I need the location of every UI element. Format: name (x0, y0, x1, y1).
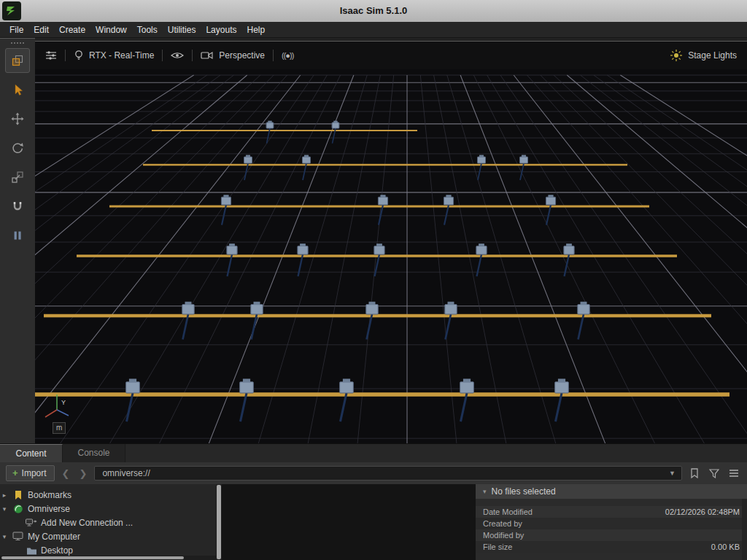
toolbar-grip[interactable] (11, 42, 24, 44)
move-tool-button[interactable] (5, 106, 30, 131)
content-browser-toolbar: + Import ❮ ❯ ▼ (0, 462, 747, 484)
plus-icon: + (12, 467, 18, 478)
tree-item-omniverse[interactable]: ▾ Omniverse (0, 502, 216, 516)
details-header[interactable]: ▾ No files selected (476, 484, 747, 499)
tree-item-label: Add New Connection ... (41, 518, 133, 528)
filter-funnel-icon (709, 469, 719, 478)
viewport-toolbar: RTX - Real-Time Perspective ((●)) (35, 42, 747, 69)
tree-item-label: My Computer (28, 532, 80, 542)
path-dropdown-icon[interactable]: ▼ (669, 470, 676, 477)
tab-console[interactable]: Console (63, 444, 125, 462)
detail-label: Created by (476, 519, 522, 528)
stage-lights-button[interactable]: Stage Lights (670, 49, 737, 62)
tree-item-add-new-connection[interactable]: Add New Connection ... (0, 516, 216, 529)
toolbar-separator (162, 50, 163, 61)
path-input[interactable] (101, 467, 665, 479)
details-rows: Date Modified 02/12/2026 02:48PM Created… (476, 506, 747, 553)
toolbar-separator (192, 50, 193, 61)
filter-button[interactable] (707, 466, 721, 481)
rotate-tool-button[interactable] (5, 136, 30, 160)
sliders-icon (45, 50, 57, 61)
path-bar[interactable]: ▼ (94, 466, 682, 481)
scrollbar-thumb[interactable] (1, 556, 184, 559)
lightbulb-icon (74, 50, 84, 61)
render-mode-dropdown[interactable]: RTX - Real-Time (74, 50, 154, 61)
bottom-tab-bar: Content Console (0, 443, 747, 462)
menu-utilities[interactable]: Utilities (163, 22, 201, 38)
menu-bar: File Edit Create Window Tools Utilities … (0, 22, 747, 38)
import-button[interactable]: + Import (6, 465, 55, 481)
menu-help[interactable]: Help (241, 22, 270, 38)
content-browser: ▸ Bookmarks ▾ Omniverse (0, 484, 747, 560)
details-header-label: No files selected (492, 486, 556, 497)
sun-icon (670, 49, 683, 62)
scale-tool-button[interactable] (5, 165, 30, 190)
cursor-icon (12, 83, 23, 96)
detail-label: Date Modified (476, 508, 533, 516)
back-button[interactable]: ❮ (60, 468, 72, 479)
stage-lights-label: Stage Lights (688, 50, 737, 61)
isaac-sim-window: Isaac Sim 5.1.0 File Edit Create Window … (0, 0, 747, 560)
title-bar: Isaac Sim 5.1.0 (0, 0, 747, 22)
camera-icon (201, 50, 214, 61)
audio-signal-button[interactable]: ((●)) (282, 51, 293, 60)
tab-content[interactable]: Content (0, 444, 63, 462)
selection-mode-button[interactable] (5, 48, 30, 73)
menu-file[interactable]: File (4, 22, 28, 38)
window-title: Isaac Sim 5.1.0 (0, 0, 747, 22)
magnet-icon (12, 201, 23, 212)
expander-icon[interactable]: ▾ (0, 505, 9, 513)
svg-text:Y: Y (61, 399, 66, 406)
details-panel: ▾ No files selected Date Modified 02/12/… (476, 484, 747, 560)
details-scrollbar[interactable] (742, 499, 747, 560)
tree-item-bookmarks[interactable]: ▸ Bookmarks (0, 488, 216, 502)
toolbar-separator (65, 50, 66, 61)
select-tool-button[interactable] (5, 77, 30, 102)
view-options-button[interactable] (727, 466, 741, 481)
tree-item-my-computer[interactable]: ▾ My Computer (0, 529, 216, 543)
tree-vertical-scrollbar[interactable] (216, 484, 222, 560)
tree-horizontal-scrollbar[interactable] (0, 556, 216, 560)
camera-dropdown[interactable]: Perspective (201, 50, 265, 61)
bookmark-ribbon-icon (690, 468, 699, 478)
collapse-icon: ▾ (483, 488, 487, 495)
viewport-canvas[interactable]: Y (35, 42, 747, 443)
snap-tool-button[interactable] (5, 194, 30, 219)
computer-icon (12, 532, 24, 541)
left-tool-column (0, 38, 35, 443)
folder-icon (26, 546, 37, 555)
tree-item-label: Omniverse (28, 504, 70, 514)
menu-window[interactable]: Window (90, 22, 132, 38)
import-button-label: Import (22, 468, 47, 478)
viewport: Y RTX - Real-Time (35, 41, 747, 443)
bookmark-icon (12, 490, 24, 500)
rotate-icon (11, 141, 24, 155)
move-icon (11, 112, 24, 125)
scrollbar-thumb[interactable] (217, 485, 221, 559)
hamburger-menu-icon (729, 469, 739, 478)
file-grid-panel[interactable] (222, 484, 476, 560)
forward-button[interactable]: ❯ (77, 468, 90, 479)
viewport-settings-button[interactable] (45, 50, 57, 61)
expander-icon[interactable]: ▾ (0, 533, 9, 540)
menu-tools[interactable]: Tools (132, 22, 163, 38)
menu-create[interactable]: Create (54, 22, 90, 38)
pause-button[interactable] (5, 223, 30, 248)
tree-item-label: Desktop (41, 545, 73, 556)
eye-icon (171, 50, 184, 61)
scale-icon (11, 171, 24, 184)
detail-value: 02/12/2026 02:48PM (665, 508, 747, 516)
bookmark-button[interactable] (687, 466, 702, 481)
pause-icon (12, 230, 23, 241)
menu-edit[interactable]: Edit (28, 22, 54, 38)
omniverse-globe-icon (12, 504, 24, 514)
visibility-button[interactable] (171, 50, 184, 61)
detail-row-created-by: Created by (476, 518, 747, 529)
file-tree-panel: ▸ Bookmarks ▾ Omniverse (0, 484, 216, 560)
render-mode-label: RTX - Real-Time (89, 50, 154, 61)
detail-label: File size (476, 542, 512, 551)
expander-icon[interactable]: ▸ (0, 491, 9, 499)
menu-layouts[interactable]: Layouts (201, 22, 241, 38)
add-connection-icon (26, 518, 37, 527)
detail-row-file-size: File size 0.00 KB (476, 541, 747, 553)
